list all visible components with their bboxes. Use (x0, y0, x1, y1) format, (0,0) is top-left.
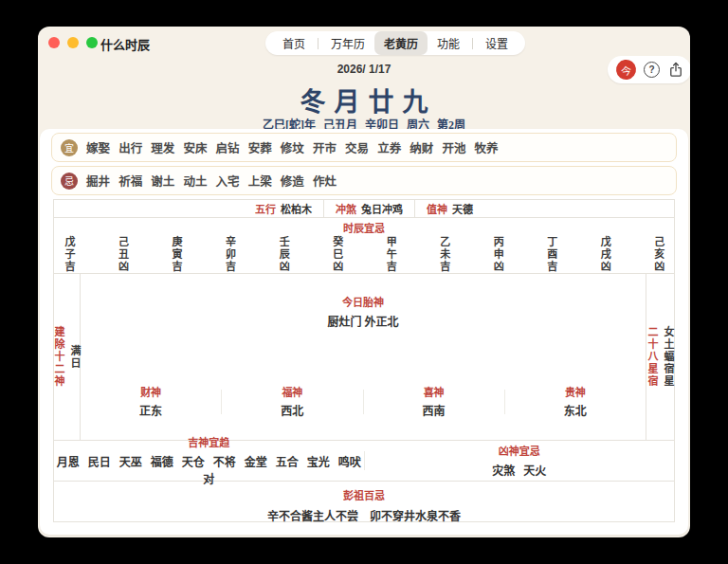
tab-almanac[interactable]: 老黄历 (374, 31, 428, 55)
zhishen-attribute: 值神 天德 (414, 200, 484, 217)
pengzu-title: 彭祖百忌 (54, 487, 674, 502)
attributes-row: 五行 松柏木 冲煞 兔日冲鸡 值神 天德 (54, 200, 674, 218)
direction-gods-row: 财神 正东 福神 西北 喜神 西南 (81, 384, 646, 419)
hourly-luck-section: 时辰宜忌 戊子吉 己丑凶 庚寅吉 辛卯吉 壬辰凶 癸巳凶 甲午吉 乙未吉 丙申凶… (54, 220, 674, 274)
taishen-title: 今日胎神 (81, 294, 646, 309)
tab-home[interactable]: 首页 (273, 31, 315, 55)
auspicious-gods-block: 吉神宜趋 月恩 民日 天巫 福德 天仓 不将 金堂 五合 宝光 鸣吠对 (54, 434, 364, 487)
god-fortune-value: 西北 (222, 402, 362, 419)
god-fortune-label: 福神 (222, 384, 362, 399)
hourly-luck-title: 时辰宜忌 (54, 220, 674, 235)
auspicious-gods-list: 月恩 民日 天巫 福德 天仓 不将 金堂 五合 宝光 鸣吠对 (54, 453, 364, 487)
minimize-window-button[interactable] (67, 37, 79, 48)
chongsha-label: 冲煞 (336, 201, 356, 216)
almanac-card: 宜 嫁娶 出行 理发 安床 启钻 安葬 修坟 开市 交易 立券 纳财 开池 牧养… (40, 129, 688, 535)
god-noble: 贵神 东北 (505, 384, 646, 419)
god-wealth: 财神 正东 (81, 384, 221, 419)
close-window-button[interactable] (48, 37, 60, 48)
jianchu-column: 建除十二神 满日 (54, 274, 81, 440)
chongsha-attribute: 冲煞 兔日冲鸡 (323, 200, 414, 217)
chongsha-value: 兔日冲鸡 (361, 201, 403, 216)
tab-settings[interactable]: 设置 (476, 31, 518, 55)
taishen-value: 厨灶门 外正北 (81, 313, 646, 330)
zoom-window-button[interactable] (86, 37, 98, 48)
hour-column: 丙申凶 (490, 236, 505, 273)
auspicious-items: 嫁娶 出行 理发 安床 启钻 安葬 修坟 开市 交易 立券 纳财 开池 牧养 (86, 138, 499, 156)
wuxing-value: 松柏木 (281, 201, 312, 216)
inauspicious-gods-list: 灾煞 天火 (365, 462, 675, 479)
wuxing-label: 五行 (255, 201, 276, 216)
inauspicious-row: 忌 掘井 祈福 谢土 动土 入宅 上梁 修造 作灶 (51, 166, 677, 195)
ji-badge-icon: 忌 (61, 173, 78, 190)
zhishen-label: 值神 (427, 201, 447, 216)
tab-perpetual-calendar[interactable]: 万年历 (321, 31, 374, 55)
tab-features[interactable]: 功能 (428, 31, 469, 55)
traffic-lights (48, 37, 98, 48)
hour-column: 甲午吉 (383, 236, 398, 273)
yi-badge-icon: 宜 (61, 139, 78, 156)
almanac-table: 五行 松柏木 冲煞 兔日冲鸡 值神 天德 时辰宜忌 戊子吉 己丑凶 庚寅 (53, 199, 675, 522)
app-window: 什么时辰 首页 万年历 老黄历 功能 设置 今 ? 2026/ 1/17 冬月廿… (38, 27, 690, 537)
god-wealth-value: 正东 (81, 402, 221, 419)
pengzu-block: 彭祖百忌 辛不合酱主人不尝 卯不穿井水泉不香 (54, 482, 674, 524)
hour-column: 丁酉吉 (544, 236, 559, 273)
hour-column: 癸巳凶 (330, 236, 345, 273)
middle-section: 建除十二神 满日 今日胎神 厨灶门 外正北 财神 正东 (54, 274, 674, 441)
wuxing-attribute: 五行 松柏木 (244, 200, 323, 217)
hour-column: 乙未吉 (437, 236, 452, 273)
hour-column: 己亥凶 (651, 236, 666, 273)
god-fortune: 福神 西北 (222, 384, 362, 419)
hour-column: 己丑凶 (116, 236, 131, 273)
pengzu-value: 辛不合酱主人不尝 卯不穿井水泉不香 (54, 507, 674, 524)
xingxiu-label: 二十八星宿 (645, 326, 660, 388)
god-noble-label: 贵神 (505, 384, 646, 399)
jianchu-label: 建除十二神 (51, 326, 66, 388)
hour-column: 戊戌凶 (597, 236, 612, 273)
hourly-luck-columns: 戊子吉 己丑凶 庚寅吉 辛卯吉 壬辰凶 癸巳凶 甲午吉 乙未吉 丙申凶 丁酉吉 … (54, 235, 674, 273)
hour-column: 壬辰凶 (276, 236, 291, 273)
zhishen-value: 天德 (452, 201, 473, 216)
god-joy-label: 喜神 (364, 384, 504, 399)
xingxiu-value: 女土蝠宿星 (661, 326, 676, 388)
god-joy-value: 西南 (364, 402, 504, 419)
god-noble-value: 东北 (505, 402, 646, 419)
nav-divider (318, 38, 318, 49)
inauspicious-gods-title: 凶神宜忌 (365, 443, 675, 458)
app-title: 什么时辰 (100, 35, 150, 53)
gods-lists-row: 吉神宜趋 月恩 民日 天巫 福德 天仓 不将 金堂 五合 宝光 鸣吠对 凶神宜忌… (54, 441, 674, 482)
lunar-day-title: 冬月廿九 (38, 82, 690, 118)
middle-center: 今日胎神 厨灶门 外正北 财神 正东 福神 西北 (81, 274, 646, 440)
god-joy: 喜神 西南 (364, 384, 504, 419)
auspicious-row: 宜 嫁娶 出行 理发 安床 启钻 安葬 修坟 开市 交易 立券 纳财 开池 牧养 (51, 133, 677, 162)
inauspicious-gods-block: 凶神宜忌 灾煞 天火 (365, 443, 675, 479)
hour-column: 庚寅吉 (169, 236, 184, 273)
taishen-block: 今日胎神 厨灶门 外正北 (81, 294, 646, 330)
hour-column: 戊子吉 (62, 236, 77, 273)
god-wealth-label: 财神 (81, 384, 221, 399)
inauspicious-items: 掘井 祈福 谢土 动土 入宅 上梁 修造 作灶 (86, 172, 337, 190)
main-nav: 首页 万年历 老黄历 功能 设置 (265, 31, 525, 55)
nav-divider (472, 38, 473, 49)
gregorian-date: 2026/ 1/17 (38, 63, 690, 76)
xingxiu-column: 二十八星宿 女土蝠宿星 (646, 274, 674, 440)
hour-column: 辛卯吉 (223, 236, 238, 273)
